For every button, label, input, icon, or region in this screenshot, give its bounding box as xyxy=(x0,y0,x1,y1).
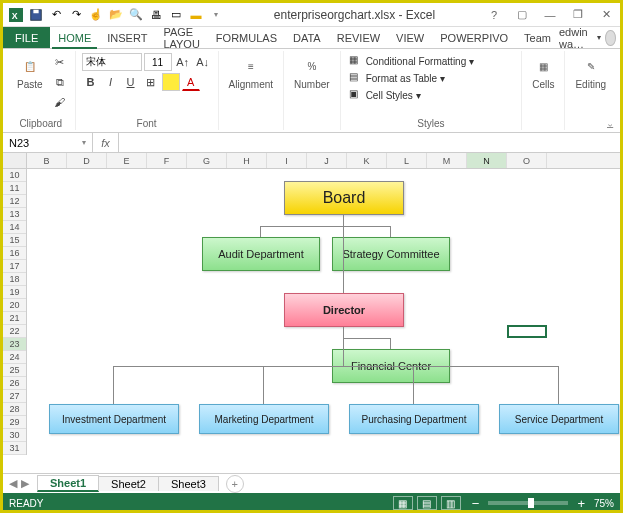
col-header-N[interactable]: N xyxy=(467,153,507,168)
org-node-board[interactable]: Board xyxy=(284,181,404,215)
row-header-28[interactable]: 28 xyxy=(3,403,26,416)
cell-styles-button[interactable]: ▣Cell Styles ▾ xyxy=(347,87,476,103)
row-header-26[interactable]: 26 xyxy=(3,377,26,390)
fill-color-button[interactable] xyxy=(162,73,180,91)
zoom-in-button[interactable]: + xyxy=(574,496,588,511)
row-header-21[interactable]: 21 xyxy=(3,312,26,325)
quick-print-icon[interactable]: 🖶 xyxy=(147,6,165,24)
formula-input[interactable] xyxy=(119,133,620,152)
zoom-out-button[interactable]: − xyxy=(469,496,483,511)
bold-button[interactable]: B xyxy=(82,73,100,91)
touch-mode-icon[interactable]: ☝ xyxy=(87,6,105,24)
close-button[interactable]: ✕ xyxy=(592,4,620,26)
folder-icon[interactable]: ▬ xyxy=(187,6,205,24)
sheet-tab-2[interactable]: Sheet2 xyxy=(98,476,159,491)
org-node-invest[interactable]: Investment Department xyxy=(49,404,179,434)
normal-view-icon[interactable]: ▦ xyxy=(393,496,413,510)
tab-home[interactable]: HOME xyxy=(50,27,99,48)
sheet-prev-icon[interactable]: ◀ xyxy=(9,477,17,490)
row-header-20[interactable]: 20 xyxy=(3,299,26,312)
row-header-17[interactable]: 17 xyxy=(3,260,26,273)
tab-insert[interactable]: INSERT xyxy=(99,27,155,48)
collapse-ribbon-icon[interactable]: ⩡ xyxy=(605,118,616,130)
name-box[interactable]: N23▾ xyxy=(3,133,93,152)
conditional-formatting-button[interactable]: ▦Conditional Formatting ▾ xyxy=(347,53,476,69)
col-header-F[interactable]: F xyxy=(147,153,187,168)
cells-button[interactable]: ▦Cells xyxy=(528,53,558,92)
page-break-view-icon[interactable]: ▥ xyxy=(441,496,461,510)
select-all-corner[interactable] xyxy=(3,153,27,168)
tab-data[interactable]: DATA xyxy=(285,27,329,48)
row-header-10[interactable]: 10 xyxy=(3,169,26,182)
tab-view[interactable]: VIEW xyxy=(388,27,432,48)
print-preview-icon[interactable]: 🔍 xyxy=(127,6,145,24)
col-header-K[interactable]: K xyxy=(347,153,387,168)
help-button[interactable]: ? xyxy=(480,4,508,26)
sheet-tab-1[interactable]: Sheet1 xyxy=(37,475,99,492)
col-header-E[interactable]: E xyxy=(107,153,147,168)
row-header-12[interactable]: 12 xyxy=(3,195,26,208)
row-header-27[interactable]: 27 xyxy=(3,390,26,403)
redo-icon[interactable]: ↷ xyxy=(67,6,85,24)
org-node-service[interactable]: Service Department xyxy=(499,404,619,434)
row-header-13[interactable]: 13 xyxy=(3,208,26,221)
org-node-purchasing[interactable]: Purchasing Department xyxy=(349,404,479,434)
tab-formulas[interactable]: FORMULAS xyxy=(208,27,285,48)
alignment-button[interactable]: ≡ Alignment xyxy=(225,53,277,92)
zoom-thumb[interactable] xyxy=(528,498,534,508)
row-header-31[interactable]: 31 xyxy=(3,442,26,455)
sheet-next-icon[interactable]: ▶ xyxy=(21,477,29,490)
number-button[interactable]: % Number xyxy=(290,53,334,92)
tab-team[interactable]: Team xyxy=(516,27,559,48)
ribbon-options-button[interactable]: ▢ xyxy=(508,4,536,26)
row-header-22[interactable]: 22 xyxy=(3,325,26,338)
zoom-slider[interactable] xyxy=(488,501,568,505)
org-node-director[interactable]: Director xyxy=(284,293,404,327)
org-node-strategy[interactable]: Strategy Committee xyxy=(332,237,450,271)
fx-icon[interactable]: fx xyxy=(93,133,119,152)
page-layout-view-icon[interactable]: ▤ xyxy=(417,496,437,510)
italic-button[interactable]: I xyxy=(102,73,120,91)
col-header-M[interactable]: M xyxy=(427,153,467,168)
font-size-select[interactable]: 11 xyxy=(144,53,172,71)
open-icon[interactable]: 📂 xyxy=(107,6,125,24)
col-header-B[interactable]: B xyxy=(27,153,67,168)
save-icon[interactable] xyxy=(27,6,45,24)
increase-font-icon[interactable]: A↑ xyxy=(174,53,192,71)
tab-page-layout[interactable]: PAGE LAYOU xyxy=(155,27,207,48)
row-header-18[interactable]: 18 xyxy=(3,273,26,286)
add-sheet-button[interactable]: + xyxy=(226,475,244,493)
row-header-16[interactable]: 16 xyxy=(3,247,26,260)
col-header-O[interactable]: O xyxy=(507,153,547,168)
col-header-L[interactable]: L xyxy=(387,153,427,168)
undo-icon[interactable]: ↶ xyxy=(47,6,65,24)
file-tab[interactable]: FILE xyxy=(3,27,50,48)
col-header-D[interactable]: D xyxy=(67,153,107,168)
row-header-25[interactable]: 25 xyxy=(3,364,26,377)
col-header-J[interactable]: J xyxy=(307,153,347,168)
border-button[interactable]: ⊞ xyxy=(142,73,160,91)
org-node-marketing[interactable]: Marketing Department xyxy=(199,404,329,434)
col-header-H[interactable]: H xyxy=(227,153,267,168)
tab-powerpivot[interactable]: POWERPIVO xyxy=(432,27,516,48)
format-painter-icon[interactable]: 🖌 xyxy=(51,93,69,111)
excel-icon[interactable]: X xyxy=(7,6,25,24)
paste-button[interactable]: 📋 Paste xyxy=(13,53,47,92)
new-icon[interactable]: ▭ xyxy=(167,6,185,24)
col-header-G[interactable]: G xyxy=(187,153,227,168)
grid-canvas[interactable]: BoardAudit DepartmentStrategy CommitteeD… xyxy=(27,169,620,473)
qat-dropdown-icon[interactable]: ▾ xyxy=(207,6,225,24)
zoom-value[interactable]: 75% xyxy=(594,498,614,509)
editing-button[interactable]: ✎Editing xyxy=(571,53,610,92)
row-header-19[interactable]: 19 xyxy=(3,286,26,299)
row-header-23[interactable]: 23 xyxy=(3,338,26,351)
underline-button[interactable]: U xyxy=(122,73,140,91)
user-area[interactable]: edwin wa… ▾ xyxy=(559,27,622,48)
tab-review[interactable]: REVIEW xyxy=(329,27,388,48)
restore-button[interactable]: ❐ xyxy=(564,4,592,26)
sheet-tab-3[interactable]: Sheet3 xyxy=(158,476,219,491)
selected-cell[interactable] xyxy=(507,325,547,338)
row-header-29[interactable]: 29 xyxy=(3,416,26,429)
copy-icon[interactable]: ⧉ xyxy=(51,73,69,91)
row-header-14[interactable]: 14 xyxy=(3,221,26,234)
